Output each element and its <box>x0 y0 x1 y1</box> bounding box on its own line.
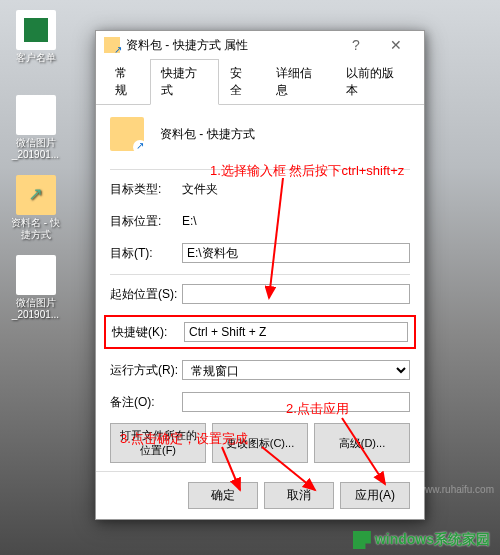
start-input[interactable] <box>182 284 410 304</box>
tab-general[interactable]: 常规 <box>104 59 150 105</box>
icon-label: 资料名 - 快捷方式 <box>8 217 63 241</box>
label-shortcut: 快捷键(K): <box>112 324 184 341</box>
brand-logo-icon <box>353 531 371 549</box>
annotation-1: 1.选择输入框 然后按下ctrl+shift+z <box>210 162 404 180</box>
desktop-icon-excel[interactable]: 客户名单 <box>8 10 63 64</box>
target-input[interactable] <box>182 243 410 263</box>
value-target-loc: E:\ <box>182 214 410 228</box>
row-run: 运行方式(R): 常规窗口 <box>110 359 410 381</box>
annotation-3: 3.点击确定，设置完成 <box>120 430 248 448</box>
brand-watermark: windows系统家园 <box>353 531 490 549</box>
divider <box>110 274 410 275</box>
dialog-title: 资料包 - 快捷方式 属性 <box>126 37 336 54</box>
arrow-3b <box>260 445 330 500</box>
name-field[interactable] <box>156 123 410 145</box>
svg-line-5 <box>222 447 240 490</box>
svg-line-7 <box>262 447 315 490</box>
arrow-2 <box>340 416 400 496</box>
arrow-1 <box>265 178 295 308</box>
label-run: 运行方式(R): <box>110 362 182 379</box>
desktop-icon-image1[interactable]: 微信图片_201901... <box>8 95 63 161</box>
brand-text: windows系统家园 <box>375 531 490 549</box>
url-watermark: www.ruhaifu.com <box>418 484 494 495</box>
close-button[interactable]: ✕ <box>376 33 416 57</box>
image-icon <box>16 95 56 135</box>
desktop-icon-shortcut[interactable]: 资料名 - 快捷方式 <box>8 175 63 241</box>
svg-line-1 <box>269 178 283 298</box>
label-target-loc: 目标位置: <box>110 213 182 230</box>
row-shortcut: 快捷键(K): <box>110 321 410 343</box>
shortcut-input[interactable] <box>184 322 408 342</box>
icon-label: 客户名单 <box>8 52 63 64</box>
value-target-type: 文件夹 <box>182 181 410 198</box>
row-target-type: 目标类型: 文件夹 <box>110 178 410 200</box>
arrow-3a <box>220 445 260 500</box>
tab-strip: 常规 快捷方式 安全 详细信息 以前的版本 <box>96 59 424 105</box>
row-start: 起始位置(S): <box>110 283 410 305</box>
row-comment: 备注(O): <box>110 391 410 413</box>
svg-line-3 <box>342 418 385 484</box>
folder-shortcut-icon <box>110 117 144 151</box>
icon-label: 微信图片_201901... <box>8 297 63 321</box>
highlight-shortcut-row: 快捷键(K): <box>104 315 416 349</box>
annotation-2: 2.点击应用 <box>286 400 349 418</box>
label-start: 起始位置(S): <box>110 286 182 303</box>
tab-security[interactable]: 安全 <box>219 59 265 105</box>
header-row <box>110 117 410 159</box>
row-target-loc: 目标位置: E:\ <box>110 210 410 232</box>
run-select[interactable]: 常规窗口 <box>182 360 410 380</box>
label-target: 目标(T): <box>110 245 182 262</box>
titlebar[interactable]: 资料包 - 快捷方式 属性 ? ✕ <box>96 31 424 59</box>
desktop-icon-image2[interactable]: 微信图片_201901... <box>8 255 63 321</box>
tab-shortcut[interactable]: 快捷方式 <box>150 59 220 105</box>
tab-previous[interactable]: 以前的版本 <box>335 59 416 105</box>
folder-shortcut-icon <box>16 175 56 215</box>
row-target: 目标(T): <box>110 242 410 264</box>
image-icon <box>16 255 56 295</box>
help-button[interactable]: ? <box>336 33 376 57</box>
icon-label: 微信图片_201901... <box>8 137 63 161</box>
tab-details[interactable]: 详细信息 <box>265 59 335 105</box>
label-target-type: 目标类型: <box>110 181 182 198</box>
file-icon <box>16 10 56 50</box>
shortcut-icon <box>104 37 120 53</box>
label-comment: 备注(O): <box>110 394 182 411</box>
